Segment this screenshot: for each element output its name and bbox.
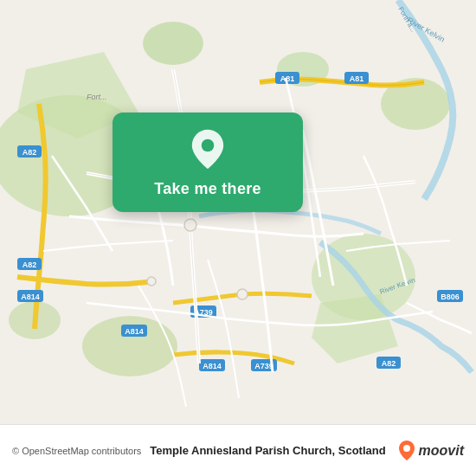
footer-bar: © OpenStreetMap contributors Temple Anni… [0,424,476,476]
svg-text:A82: A82 [23,148,37,157]
take-me-there-card[interactable]: Take me there [113,113,303,212]
svg-text:A82: A82 [23,261,37,269]
svg-text:A82: A82 [382,359,396,368]
moovit-brand-text: moovit [419,443,464,459]
svg-point-5 [143,22,203,65]
svg-text:A81: A81 [350,74,364,83]
svg-point-38 [237,289,248,299]
svg-text:A814: A814 [125,327,144,336]
svg-text:B806: B806 [441,293,460,301]
svg-point-39 [147,277,156,286]
location-pin-icon [186,128,229,171]
moovit-pin-icon [397,440,416,462]
svg-text:A814: A814 [203,362,222,370]
moovit-logo: moovit [397,440,464,462]
svg-text:A814: A814 [21,293,40,301]
svg-point-37 [184,219,196,231]
location-name: Temple Anniesland Parish Church, Scotlan… [150,444,396,457]
svg-point-41 [403,445,410,452]
svg-point-40 [202,139,215,152]
take-me-there-button[interactable]: Take me there [154,180,261,198]
map-area: River Kelvin River Kelvin Clyde Canal Fo… [0,0,476,424]
svg-text:Fort...: Fort... [87,93,107,101]
attribution-text: © OpenStreetMap contributors [12,446,141,456]
